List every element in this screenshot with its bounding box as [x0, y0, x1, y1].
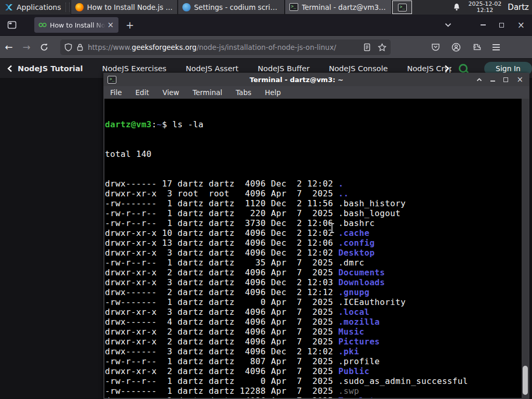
prompt-user-host: dartz@vm3: [105, 119, 152, 129]
terminal-line: -rw-r--r-- 1 dartz dartz 220 Apr 7 2025 …: [105, 208, 522, 218]
browser-toolbar: ← →: [0, 35, 532, 58]
file-name: Music: [338, 327, 364, 337]
browser-maximize-button[interactable]: [499, 23, 504, 28]
reader-mode-icon[interactable]: [364, 43, 370, 51]
terminal-scrollbar[interactable]: [522, 99, 528, 398]
terminal-menu-edit[interactable]: Edit: [136, 88, 149, 97]
site-nav-item[interactable]: NodeJS Assert: [185, 64, 238, 73]
pocket-icon[interactable]: [431, 43, 440, 51]
terminal-scrollbar-thumb[interactable]: [523, 366, 528, 395]
terminal-line: -rw-r--r-- 1 dartz dartz 0 Apr 7 2025 .s…: [105, 376, 522, 386]
menu-hamburger-icon[interactable]: [493, 43, 500, 52]
site-nav-item[interactable]: NodeJS Buffer: [258, 64, 310, 73]
terminal-titlebar-icon: >_: [108, 76, 116, 84]
file-name: Public: [338, 366, 369, 376]
terminal-menu-terminal[interactable]: Terminal: [193, 88, 222, 97]
terminal-line: -rw------- 1 dartz dartz 1120 Dec 2 11:5…: [105, 198, 522, 208]
terminal-total-line: total 140: [105, 149, 522, 159]
terminal-menu-file[interactable]: File: [110, 88, 122, 97]
terminal-line: drwx------ 17 dartz dartz 4096 Dec 2 12:…: [105, 179, 522, 189]
url-path: /node-js/installation-of-node-js-on-linu…: [196, 43, 336, 51]
file-name: .local: [338, 307, 369, 317]
terminal-screen[interactable]: dartz@vm3:~$ ls -la total 140 drwx------…: [104, 99, 522, 398]
terminal-shade-button[interactable]: [476, 78, 482, 82]
url-domain: geeksforgeeks.org: [132, 43, 197, 51]
clock[interactable]: 2025-12-02 12:12: [468, 1, 501, 14]
file-name: .bash_history: [338, 198, 406, 208]
browser-minimize-button[interactable]: [481, 24, 486, 25]
browser-window-controls: ×: [481, 21, 525, 30]
file-name: Desktop: [338, 248, 375, 258]
user-menu[interactable]: Dartz: [508, 3, 529, 12]
site-nav-item[interactable]: NodeJS Exercises: [102, 64, 167, 73]
applications-menu[interactable]: Applications: [0, 0, 65, 15]
lock-icon[interactable]: [76, 43, 84, 51]
gfg-favicon: [38, 22, 47, 28]
prompt-path: ~: [157, 119, 162, 129]
file-name: .pki: [338, 347, 359, 356]
window-button-label: Terminal - dartz@vm3: ~: [302, 3, 387, 11]
terminal-title: Terminal - dartz@vm3: ~: [116, 76, 476, 84]
terminal-menu-view[interactable]: View: [163, 88, 179, 97]
toolbar-right-icons: [431, 43, 500, 52]
window-button[interactable]: >_Terminal - dartz@vm3: ~: [285, 0, 392, 15]
forward-button[interactable]: →: [18, 42, 35, 52]
terminal-line: drwxr-xr-x 2 dartz dartz 4096 Apr 7 2025…: [105, 268, 522, 277]
file-name: .bashrc: [338, 218, 375, 228]
extensions-icon[interactable]: [472, 43, 481, 51]
reload-button[interactable]: [35, 43, 53, 51]
terminal-minimize-button[interactable]: [490, 81, 495, 82]
system-panel: Applications How to Install Node.js o...…: [0, 0, 532, 15]
tab-close-icon[interactable]: ×: [105, 21, 115, 29]
url-text: https://www.geeksforgeeks.org/node-js/in…: [88, 43, 360, 51]
bookmark-star-icon[interactable]: [378, 43, 387, 51]
terminal-menu-tabs[interactable]: Tabs: [236, 88, 251, 97]
tab-title: How to Install Node.js on: [50, 21, 105, 29]
account-icon[interactable]: [451, 43, 461, 52]
url-bar[interactable]: https://www.geeksforgeeks.org/node-js/in…: [60, 39, 391, 55]
file-name: .config: [338, 238, 375, 248]
notification-bell-icon[interactable]: [453, 3, 461, 12]
terminal-line: -rw------- 1 dartz dartz 12288 Apr 7 202…: [105, 386, 522, 396]
file-name: Downloads: [338, 277, 385, 287]
terminal-icon: >_: [398, 4, 407, 11]
desktop: Applications How to Install Node.js o...…: [0, 0, 532, 399]
terminal-menu-help[interactable]: Help: [265, 88, 281, 97]
file-name: ..: [338, 189, 349, 198]
terminal-line: -rw------- 1 dartz dartz 0 Apr 7 2025 .I…: [105, 297, 522, 307]
terminal-line: drwxr-xr-x 2 dartz dartz 4096 Apr 7 2025…: [105, 396, 522, 398]
terminal-window-controls: ×: [476, 76, 523, 84]
file-name: .bash_logout: [338, 208, 401, 218]
window-button[interactable]: How to Install Node.js o...: [71, 0, 178, 15]
site-nav-item[interactable]: NodeJS Tutorial: [18, 64, 83, 73]
back-button[interactable]: ←: [0, 42, 18, 52]
window-button-label: Settings - codium script...: [194, 3, 280, 11]
new-tab-button[interactable]: +: [126, 20, 134, 30]
tab-how-to-install-nodejs[interactable]: How to Install Node.js on ×: [34, 17, 118, 33]
terminal-line: drwxr-xr-x 3 dartz dartz 4096 Dec 2 12:0…: [105, 248, 522, 258]
firefox-view-icon[interactable]: [7, 21, 17, 29]
terminal-titlebar[interactable]: >_ Terminal - dartz@vm3: ~ ×: [103, 73, 529, 86]
shield-icon[interactable]: [64, 43, 72, 51]
terminal-maximize-button[interactable]: [503, 77, 508, 82]
terminal-line: drwxr-xr-x 3 root root 4096 Apr 7 2025 .…: [105, 189, 522, 198]
file-name: Documents: [338, 268, 385, 277]
terminal-close-button[interactable]: ×: [516, 76, 523, 84]
terminal-line: drwxr-xr-x 2 dartz dartz 4096 Apr 7 2025…: [105, 327, 522, 337]
nav-scroll-right-icon[interactable]: [444, 65, 449, 72]
workspace-terminal-icon[interactable]: >_: [392, 1, 412, 14]
file-name: .ICEauthority: [338, 297, 406, 307]
window-button[interactable]: Settings - codium script...: [178, 0, 285, 15]
browser-close-button[interactable]: ×: [517, 21, 525, 30]
site-nav-item[interactable]: NodeJS Console: [329, 64, 388, 73]
nav-scroll-left-icon[interactable]: [7, 65, 12, 72]
site-search-icon[interactable]: [459, 64, 468, 73]
list-all-tabs-icon[interactable]: [445, 23, 451, 27]
terminal-body: dartz@vm3:~$ ls -la total 140 drwx------…: [103, 99, 529, 399]
file-name: Pictures: [338, 337, 380, 347]
window-button-label: How to Install Node.js o...: [87, 3, 173, 11]
url-scheme: https://www.: [88, 43, 132, 51]
file-name: .dmrc: [338, 258, 364, 268]
mouse-cursor-ibeam: [328, 222, 336, 234]
terminal-line: drwxr-xr-x 3 dartz dartz 4096 Apr 7 2025…: [105, 307, 522, 317]
